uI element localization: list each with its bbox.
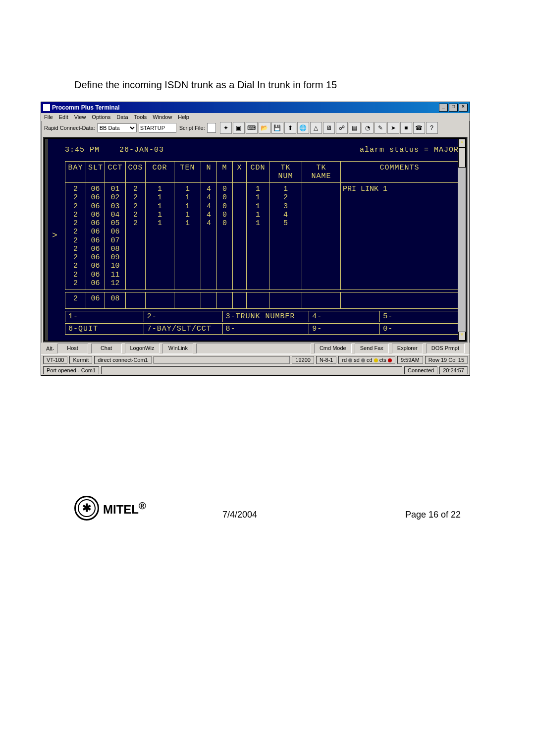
- cell-slt: 06: [91, 193, 100, 202]
- page-icon[interactable]: ▤: [349, 122, 361, 134]
- cell-comments: [343, 211, 347, 219]
- btn-dosprompt[interactable]: DOS Prmpt: [426, 344, 465, 353]
- scroll-down-icon[interactable]: ▼: [458, 332, 466, 341]
- status-conn[interactable]: direct connect-Com1: [94, 356, 152, 364]
- menu-view[interactable]: View: [74, 114, 86, 120]
- fkey-5[interactable]: 5-: [380, 311, 459, 322]
- cell-tkname: [319, 185, 323, 193]
- btn-cmdmode[interactable]: Cmd Mode: [314, 344, 352, 353]
- clock-icon[interactable]: ◔: [362, 122, 374, 134]
- btn-host[interactable]: Host: [57, 344, 88, 353]
- fkey-7[interactable]: 7-BAY/SLT/CCT: [144, 324, 222, 335]
- rapid-connect-label: Rapid Connect-Data:: [44, 125, 95, 131]
- cell-cct: 03: [110, 202, 119, 211]
- script-file-dropdown[interactable]: [207, 123, 216, 133]
- cell-m: [222, 228, 227, 236]
- btn-logonwiz[interactable]: LogonWiz: [125, 344, 160, 353]
- script-file-name[interactable]: [139, 123, 176, 133]
- fkey-3[interactable]: 3-TRUNK NUMBER: [222, 311, 309, 322]
- fkey-1[interactable]: 1-: [65, 311, 144, 322]
- arrow-icon[interactable]: ➤: [387, 122, 399, 134]
- cell-cct: 07: [110, 236, 119, 245]
- fkey-2[interactable]: 2-: [144, 311, 222, 322]
- folder-save-icon[interactable]: 💾: [271, 122, 283, 134]
- phone-icon[interactable]: ☎: [413, 122, 425, 134]
- cell-tknum: [283, 245, 288, 253]
- cell-slt: 06: [91, 245, 100, 253]
- fkey-8[interactable]: 8-: [222, 324, 309, 335]
- bottom-button-bar: Alt- Host Chat LogonWiz WinLink Cmd Mode…: [41, 343, 470, 354]
- close-button[interactable]: ×: [459, 104, 468, 112]
- cell-bay: 2: [73, 236, 78, 245]
- scroll-thumb[interactable]: [458, 148, 466, 168]
- scroll-up-icon[interactable]: ▲: [458, 139, 466, 148]
- hdr-x: X: [233, 162, 247, 183]
- trunk-table: BAY SLT CCT COS COR TEN N M X CDN TK NUM…: [65, 161, 459, 290]
- vertical-scrollbar[interactable]: ▲ ▼: [458, 139, 466, 341]
- cell-cct: 12: [110, 279, 119, 288]
- rapid-connect-select[interactable]: BB Data: [97, 123, 137, 132]
- maximize-button[interactable]: □: [449, 104, 458, 112]
- menu-options[interactable]: Options: [92, 114, 110, 120]
- cursor-row[interactable]: 2 06 08: [65, 292, 459, 309]
- upload-icon[interactable]: ⬆: [284, 122, 296, 134]
- cell-slt: 06: [91, 202, 100, 211]
- cell-ten: [185, 271, 190, 279]
- stop-icon[interactable]: ■: [400, 122, 412, 134]
- book-icon[interactable]: ▣: [233, 122, 245, 134]
- cell-tkname: [319, 271, 323, 279]
- footer-page: Page 16 of 22: [405, 510, 461, 520]
- btn-explorer[interactable]: Explorer: [392, 344, 423, 353]
- btn-winlink[interactable]: WinLink: [162, 344, 193, 353]
- cell-m: [222, 271, 227, 279]
- status-term[interactable]: VT-100: [43, 356, 67, 364]
- menu-window[interactable]: Window: [153, 114, 172, 120]
- cell-cos: [133, 236, 138, 245]
- fkey-6[interactable]: 6-QUIT: [65, 324, 144, 335]
- btn-sendfax[interactable]: Send Fax: [355, 344, 389, 353]
- hdr-cos: COS: [126, 162, 146, 183]
- cell-tkname: [319, 219, 323, 228]
- cell-cdn: 1: [256, 185, 260, 193]
- hdr-ten: TEN: [174, 162, 201, 183]
- cell-cdn: [256, 262, 260, 270]
- terminal-shell: 3:45 PM 26-JAN-03 alarm status = MAJOR >: [43, 137, 468, 343]
- fkey-9[interactable]: 9-: [309, 324, 380, 335]
- cell-cct: 09: [110, 253, 119, 262]
- terminal-area[interactable]: 3:45 PM 26-JAN-03 alarm status = MAJOR >: [45, 139, 466, 341]
- cell-tkname: [319, 262, 323, 270]
- cell-m: [222, 245, 227, 253]
- btn-blank[interactable]: [196, 344, 311, 353]
- keypad-icon[interactable]: ⌨: [246, 122, 258, 134]
- cell-tkname: [319, 211, 323, 219]
- status-bits[interactable]: N-8-1: [316, 356, 337, 364]
- menu-file[interactable]: File: [44, 114, 53, 120]
- menu-tools[interactable]: Tools: [134, 114, 147, 120]
- fkey-0[interactable]: 0-: [380, 324, 459, 335]
- cell-n: 4: [207, 185, 211, 193]
- globe-icon[interactable]: 🌐: [297, 122, 309, 134]
- minimize-button[interactable]: _: [439, 104, 448, 112]
- cell-cor: [158, 228, 162, 236]
- fkey-4[interactable]: 4-: [309, 311, 380, 322]
- triangle-icon[interactable]: △: [310, 122, 322, 134]
- paint-icon[interactable]: ✎: [374, 122, 386, 134]
- menu-help[interactable]: Help: [178, 114, 189, 120]
- cell-bay: 2: [73, 193, 78, 202]
- cell-slt: 06: [91, 262, 100, 270]
- menu-data[interactable]: Data: [116, 114, 128, 120]
- cell-cor: 1: [158, 193, 162, 202]
- cell-cor: [158, 271, 162, 279]
- monitor-icon[interactable]: 🖥: [323, 122, 335, 134]
- btn-chat[interactable]: Chat: [91, 344, 122, 353]
- folder-open-icon[interactable]: 📂: [259, 122, 270, 134]
- status-proto[interactable]: Kermit: [69, 356, 92, 364]
- alarm-status: alarm status = MAJOR: [360, 146, 459, 154]
- help-icon[interactable]: ?: [426, 122, 438, 134]
- status-baud[interactable]: 19200: [292, 356, 314, 364]
- script-icon[interactable]: ☍: [336, 122, 348, 134]
- cell-m: [222, 236, 227, 245]
- run-icon[interactable]: ✦: [220, 122, 232, 134]
- app-icon: [43, 104, 50, 111]
- menu-edit[interactable]: Edit: [59, 114, 68, 120]
